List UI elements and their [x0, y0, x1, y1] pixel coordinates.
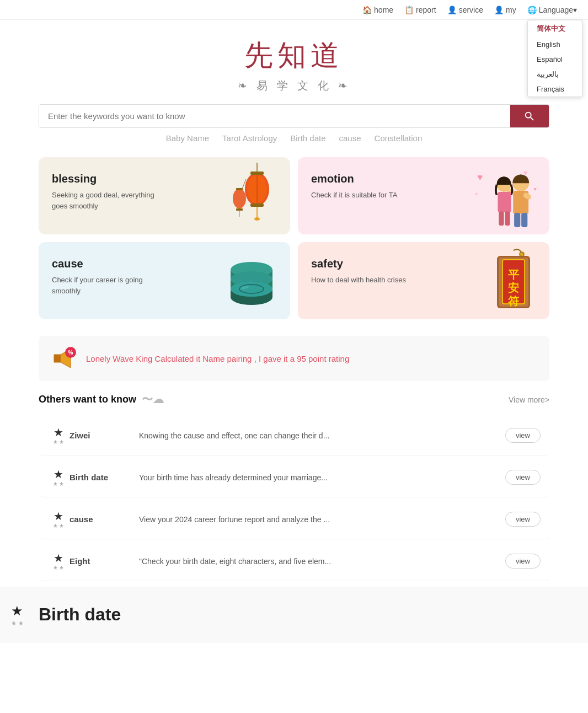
svg-rect-10: [236, 188, 243, 190]
search-tags: Baby Name Tarot Astrology Birth date cau…: [166, 133, 423, 143]
list-category: Ziwei: [70, 431, 130, 440]
card-emotion-image: ♥ ♥ ♥ ♥: [472, 163, 544, 234]
svg-rect-4: [250, 171, 264, 175]
promo-icon: %: [50, 345, 77, 372]
svg-point-36: [231, 281, 272, 297]
lang-ar[interactable]: بالعربية: [528, 67, 582, 82]
search-icon: [523, 110, 536, 122]
cloud-icon: 〜☁: [142, 392, 164, 407]
promo-text: Lonely Wave King Calculated it Name pair…: [86, 354, 349, 363]
star-decoration: ★ ★ ★: [47, 551, 70, 571]
svg-text:♥: ♥: [533, 186, 537, 192]
list-desc: "Check your birth date, eight characters…: [130, 557, 505, 566]
list-item: ★ ★ ★ cause View your 2024 career fortun…: [39, 500, 549, 539]
search-section: Baby Name Tarot Astrology Birth date cau…: [0, 104, 588, 152]
tag-constellation[interactable]: Constellation: [375, 133, 423, 143]
promo-link2[interactable]: I gave it a 95 point rating: [259, 354, 349, 363]
svg-rect-25: [499, 211, 504, 226]
promo-link1[interactable]: Name pairing: [202, 354, 252, 363]
site-header: 先知道 ❧ 易 学 文 化 ❧: [0, 20, 588, 104]
card-blessing[interactable]: blessing Seeking a good deal, everything…: [39, 157, 290, 234]
card-cause-desc: Check if your career is going smoothly: [52, 275, 162, 296]
others-title: Others want to know 〜☁: [39, 392, 164, 407]
site-subtitle: ❧ 易 学 文 化 ❧: [0, 78, 588, 93]
list-category: Eight: [70, 556, 130, 566]
card-blessing-desc: Seeking a good deal, everything goes smo…: [52, 190, 162, 211]
list-desc: View your 2024 career fortune report and…: [130, 515, 505, 524]
card-safety-image: 平 安 符: [472, 248, 544, 319]
card-safety-desc: How to deal with health crises: [311, 275, 421, 286]
lantern-icon: [218, 163, 285, 234]
bottom-birth-card: ★ ★ ★ Birth date: [0, 587, 588, 643]
lang-zh[interactable]: 简体中文: [528, 20, 582, 37]
list-view-button[interactable]: view: [505, 554, 541, 569]
list-desc: Knowing the cause and effect, one can ch…: [130, 431, 505, 440]
list-view-button[interactable]: view: [505, 470, 541, 485]
search-bar: [39, 104, 549, 128]
list-desc: Your birth time has already determined y…: [130, 473, 505, 482]
star-decoration: ★ ★ ★: [47, 426, 70, 445]
star-decoration: ★ ★ ★: [47, 468, 70, 487]
list-category: cause: [70, 514, 130, 524]
promo-banner: % Lonely Wave King Calculated it Name pa…: [39, 336, 549, 381]
card-cause-image: [213, 248, 285, 319]
cards-section: blessing Seeking a good deal, everything…: [0, 152, 588, 330]
lang-en[interactable]: English: [528, 37, 582, 52]
svg-rect-11: [236, 208, 243, 211]
list-view-button[interactable]: view: [505, 428, 541, 443]
svg-rect-26: [505, 211, 510, 226]
nav-service[interactable]: 👤 service: [447, 6, 483, 14]
site-title: 先知道: [0, 36, 588, 75]
service-icon: 👤: [447, 6, 457, 14]
tag-tarot[interactable]: Tarot Astrology: [222, 133, 277, 143]
list-category: Birth date: [70, 473, 130, 482]
tag-birth-date[interactable]: Birth date: [290, 133, 325, 143]
star-decoration-bottom: ★ ★ ★: [11, 603, 24, 626]
nav-report[interactable]: 📋 report: [404, 6, 436, 14]
view-more-link[interactable]: View more>: [509, 395, 549, 404]
list-item: ★ ★ ★ Ziwei Knowing the cause and effect…: [39, 416, 549, 455]
coins-icon: [213, 248, 285, 319]
nav-my[interactable]: 👤 my: [494, 6, 516, 14]
report-icon: 📋: [404, 6, 414, 14]
lang-es[interactable]: Español: [528, 52, 582, 67]
svg-text:%: %: [68, 350, 73, 356]
card-blessing-image: [213, 163, 285, 234]
svg-rect-22: [498, 192, 511, 212]
svg-rect-23: [514, 213, 520, 227]
list-view-button[interactable]: view: [505, 512, 541, 527]
my-icon: 👤: [494, 6, 504, 14]
search-input[interactable]: [39, 105, 510, 127]
svg-rect-24: [521, 213, 527, 227]
card-cause[interactable]: cause Check if your career is going smoo…: [39, 242, 290, 319]
home-icon: 🏠: [362, 6, 372, 14]
svg-text:符: 符: [508, 295, 520, 307]
globe-icon: 🌐: [527, 6, 537, 14]
card-emotion[interactable]: emotion Check if it is suitable for TA ♥…: [298, 157, 549, 234]
others-section: Others want to know 〜☁ View more> ★ ★ ★ …: [39, 392, 549, 581]
megaphone-icon: %: [50, 345, 77, 372]
svg-text:平: 平: [508, 269, 520, 281]
nav-language[interactable]: 🌐 Language▾: [527, 6, 577, 14]
tag-cause[interactable]: cause: [339, 133, 361, 143]
list-item: ★ ★ ★ Birth date Your birth time has alr…: [39, 458, 549, 497]
tag-baby-name[interactable]: Baby Name: [166, 133, 209, 143]
svg-text:♥: ♥: [477, 173, 483, 183]
nav-home[interactable]: 🏠 home: [362, 6, 393, 14]
svg-point-9: [233, 189, 246, 208]
amulet-icon: 平 安 符: [483, 248, 544, 319]
svg-point-47: [520, 252, 524, 256]
card-emotion-desc: Check if it is suitable for TA: [311, 190, 421, 201]
card-safety[interactable]: safety How to deal with health crises 平 …: [298, 242, 549, 319]
svg-rect-49: [54, 355, 61, 362]
svg-point-7: [254, 217, 260, 221]
svg-rect-5: [250, 203, 264, 207]
couple-icon: ♥ ♥ ♥ ♥: [472, 163, 544, 234]
star-decoration: ★ ★ ★: [47, 510, 70, 529]
svg-text:♥: ♥: [475, 191, 478, 197]
bottom-birth-label: Birth date: [39, 603, 566, 626]
others-header: Others want to know 〜☁ View more>: [39, 392, 549, 407]
lang-fr[interactable]: Français: [528, 82, 582, 97]
search-button[interactable]: [510, 105, 549, 127]
language-dropdown: 简体中文 English Español بالعربية Français: [527, 20, 582, 97]
